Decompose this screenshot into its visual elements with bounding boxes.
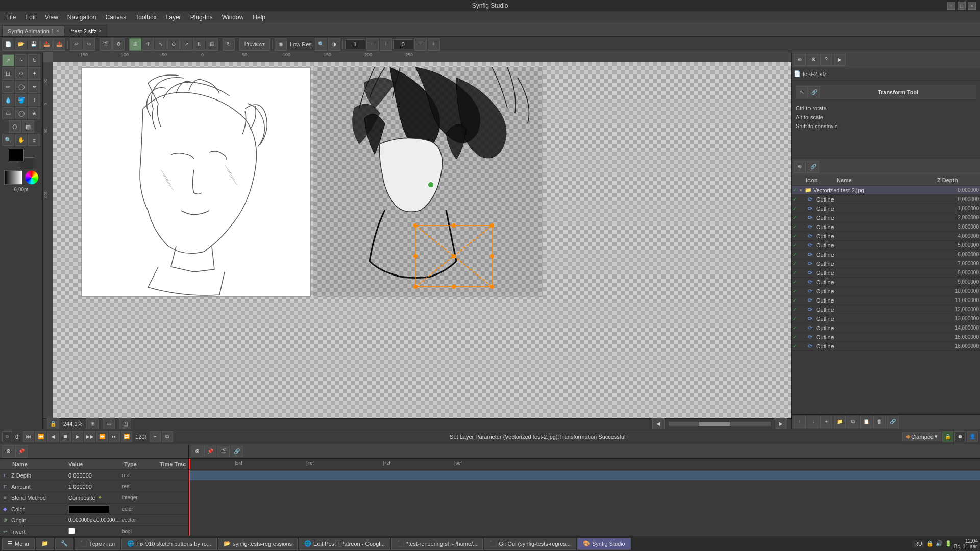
save-button[interactable]: 💾	[28, 38, 40, 51]
stop-btn[interactable]: ⏹	[60, 431, 71, 442]
text-tool-btn[interactable]: T	[28, 94, 40, 106]
rectangle-tool-btn[interactable]: ▭	[2, 107, 14, 119]
grid-snap-button[interactable]: ⊞	[206, 38, 218, 51]
tab-animation1[interactable]: Synfig Animation 1 ×	[2, 25, 65, 36]
timeline-settings-btn[interactable]: ⚙	[191, 446, 203, 457]
layer-check[interactable]: ✓	[793, 279, 800, 285]
transform-tool-btn[interactable]: ↗	[2, 54, 14, 66]
next-keyframe-btn[interactable]: ⏩	[96, 431, 108, 442]
layer-row[interactable]: ✓ ⟳ Outline 11,000000	[792, 296, 980, 305]
layer-row[interactable]: ✓ ⟳ Outline 12,000000	[792, 305, 980, 314]
safe-region-btn[interactable]: 🔒	[942, 431, 953, 442]
zoom-offset-plus[interactable]: +	[428, 38, 440, 51]
color-wheel-preview[interactable]	[24, 170, 39, 185]
prop-value[interactable]	[66, 528, 122, 535]
next-frame-btn[interactable]: ▶▶	[84, 431, 95, 442]
circle-tool-btn[interactable]: ◯	[15, 107, 28, 119]
play-btn[interactable]: ▶	[72, 431, 83, 442]
tangent-button[interactable]: ⤡	[155, 38, 167, 51]
layer-row[interactable]: ✓ ⟳ Outline 1,000000	[792, 204, 980, 213]
close-button[interactable]: ×	[968, 2, 976, 10]
menu-plugins[interactable]: Plug-Ins	[186, 13, 217, 22]
menu-file[interactable]: File	[2, 13, 20, 22]
undo-button[interactable]: ↩	[70, 38, 82, 51]
render-button[interactable]: 🎬	[100, 38, 112, 51]
layer-row[interactable]: ✓ ⟳ Outline 2,000000	[792, 213, 980, 222]
menu-view[interactable]: View	[41, 13, 62, 22]
interpolation-btn[interactable]: ⧉	[162, 431, 173, 442]
layer-row-group[interactable]: ✓ ▾ 📁 Vectorized test-2.jpg 0,000000	[792, 186, 980, 195]
layer-check[interactable]: ✓	[793, 270, 800, 276]
layer-check[interactable]: ✓	[793, 325, 800, 331]
menu-canvas[interactable]: Canvas	[102, 13, 131, 22]
prop-value[interactable]	[66, 505, 122, 513]
layer-check[interactable]: ✓	[793, 297, 800, 303]
layer-up-btn[interactable]: ↑	[794, 416, 806, 428]
layer-row[interactable]: ✓ ⟳ Outline 13,000000	[792, 314, 980, 323]
timeline-loop-btn[interactable]: 🔗	[231, 446, 243, 457]
open-button[interactable]: 📂	[15, 38, 27, 51]
layer-row[interactable]: ✓ ⟳ Outline 15,000000	[792, 333, 980, 342]
star-tool-btn[interactable]: ★	[28, 107, 40, 119]
layer-paste-btn[interactable]: 📋	[860, 416, 872, 428]
timeline-pin-btn[interactable]: 📌	[204, 446, 216, 457]
layer-check[interactable]: ✓	[793, 334, 800, 340]
zoom-minus-button[interactable]: −	[366, 38, 379, 51]
onion-skin-button[interactable]: ◑	[328, 38, 340, 51]
menu-toolbox[interactable]: Toolbox	[131, 13, 160, 22]
layer-link-btn[interactable]: 🔗	[807, 161, 819, 173]
timeline-anim-btn[interactable]: 🎬	[217, 446, 230, 457]
layer-row[interactable]: ✓ ⟳ Outline 0,000000	[792, 195, 980, 204]
menu-help[interactable]: Help	[249, 13, 270, 22]
prop-row-color[interactable]: ◆ Color color	[0, 504, 188, 515]
props-settings-btn[interactable]: ⚙	[2, 445, 14, 458]
playhead[interactable]	[189, 459, 190, 469]
loop-btn[interactable]: 🔁	[121, 431, 132, 442]
feather-tool-btn[interactable]: ⎄	[28, 134, 40, 146]
props-pin-btn[interactable]: 📌	[15, 445, 28, 458]
radius-button[interactable]: ⊙	[167, 38, 180, 51]
gradient-tool-btn[interactable]: ▨	[22, 120, 34, 133]
render-icon[interactable]: ▶	[834, 54, 846, 66]
transform-arrow-btn[interactable]: ↖	[796, 86, 808, 98]
zoom-offset-minus[interactable]: −	[414, 38, 427, 51]
prev-keyframe-btn[interactable]: ⏪	[35, 431, 46, 442]
gradient-preview[interactable]	[4, 170, 22, 185]
tab-test2[interactable]: *test-2.sifz ×	[65, 25, 107, 36]
layer-check[interactable]: ✓	[793, 196, 800, 202]
render-options-button[interactable]: ⚙	[112, 38, 125, 51]
tab-close-icon[interactable]: ×	[56, 28, 59, 34]
layer-check[interactable]: ✓	[793, 224, 800, 230]
region-tool-btn[interactable]: ◯	[15, 81, 28, 93]
maximize-button[interactable]: □	[958, 2, 966, 10]
prop-value[interactable]: 1,000000	[66, 484, 122, 490]
layer-delete-btn[interactable]: 🗑	[873, 416, 886, 428]
canvas-nav-btn[interactable]: ◳	[119, 418, 131, 429]
layer-check[interactable]: ✓	[793, 252, 800, 257]
smooth-move-tool-btn[interactable]: ~	[15, 54, 28, 66]
layer-check[interactable]: ✓	[793, 261, 800, 266]
origin-button[interactable]: ✛	[142, 38, 154, 51]
eyedrop-tool-btn[interactable]: 💧	[2, 94, 14, 106]
taskbar-regressions-btn[interactable]: 📂 synfig-tests-regressions	[218, 538, 298, 550]
skip-end-btn[interactable]: ⏭	[109, 431, 120, 442]
zoom-plus-button[interactable]: +	[380, 38, 392, 51]
layer-check[interactable]: ✓	[793, 215, 800, 220]
animate-all-btn[interactable]: 👤	[967, 431, 978, 442]
canvas-view-btn[interactable]: ▭	[103, 418, 115, 429]
flip-button[interactable]: ⇅	[193, 38, 205, 51]
scale-tool-btn[interactable]: ⊡	[2, 67, 14, 80]
rotate-tool-btn[interactable]: ↻	[28, 54, 40, 66]
layer-row[interactable]: ✓ ⟳ Outline 9,000000	[792, 278, 980, 287]
menu-navigation[interactable]: Navigation	[63, 13, 101, 22]
menu-window[interactable]: Window	[218, 13, 248, 22]
misc-tool-btn[interactable]: ✦	[28, 67, 40, 80]
canvas-quality-btn[interactable]: ⊞	[86, 418, 99, 429]
layer-row[interactable]: ✓ ⟳ Outline 14,000000	[792, 323, 980, 333]
scroll-bar-h[interactable]	[669, 422, 771, 426]
polygon-tool-btn[interactable]: ⬡	[9, 120, 21, 133]
prop-row-blend[interactable]: ≡ Blend Method Composite ✦ integer	[0, 492, 188, 504]
help-icon[interactable]: ?	[820, 54, 832, 66]
layer-folder-btn[interactable]: 📁	[834, 416, 846, 428]
draw-tool-btn[interactable]: ✏	[2, 81, 14, 93]
